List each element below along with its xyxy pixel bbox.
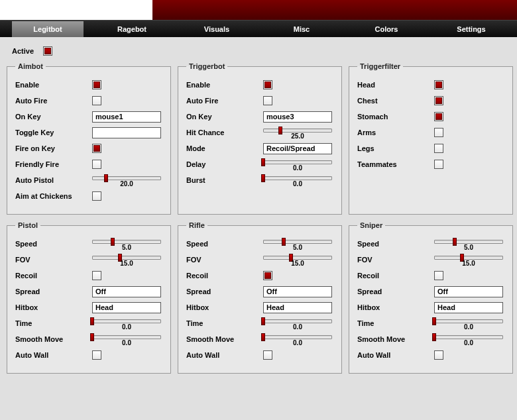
panel-title: Pistol — [15, 221, 40, 229]
sniper-fov-label: FOV — [357, 256, 430, 264]
panel-aimbot: Aimbot Enable Auto Fire On Keymouse1 Tog… — [7, 62, 171, 215]
pistol-autowall-checkbox[interactable] — [92, 350, 101, 360]
tf-stomach-label: Stomach — [357, 113, 430, 121]
triggerbot-mode-label: Mode — [186, 144, 259, 152]
sniper-fov-slider[interactable]: 15.0 — [434, 253, 503, 266]
sniper-spread-label: Spread — [357, 288, 430, 295]
aimbot-autofire-checkbox[interactable] — [92, 96, 101, 105]
tf-arms-checkbox[interactable] — [434, 128, 443, 137]
aimbot-friendlyfire-checkbox[interactable] — [92, 160, 101, 169]
pistol-smooth-slider[interactable]: 0.0 — [92, 333, 161, 346]
triggerbot-enable-label: Enable — [186, 81, 259, 89]
tab-legitbot[interactable]: Legitbot — [12, 21, 84, 37]
rifle-speed-slider[interactable]: 5.0 — [263, 237, 332, 250]
tab-misc[interactable]: Misc — [265, 21, 338, 37]
rifle-hitbox-label: Hitbox — [186, 303, 259, 311]
triggerbot-autofire-checkbox[interactable] — [263, 96, 272, 105]
pistol-recoil-checkbox[interactable] — [92, 271, 101, 280]
rifle-fov-slider[interactable]: 15.0 — [263, 253, 332, 266]
pistol-fov-slider[interactable]: 15.0 — [92, 253, 161, 266]
aimbot-aimchickens-checkbox[interactable] — [92, 191, 101, 201]
sniper-smooth-slider[interactable]: 0.0 — [434, 333, 503, 346]
main-area: Active Aimbot Enable Auto Fire On Keymou… — [0, 37, 517, 382]
pistol-time-label: Time — [15, 319, 88, 327]
triggerbot-mode-dropdown[interactable]: Recoil/Spread — [263, 143, 332, 154]
triggerbot-burst-slider[interactable]: 0.0 — [263, 174, 332, 187]
panel-title: Aimbot — [15, 62, 46, 70]
panel-triggerbot: Triggerbot Enable Auto Fire On Keymouse3… — [178, 62, 342, 215]
sniper-hitbox-dropdown[interactable]: Head — [434, 302, 503, 313]
triggerbot-enable-checkbox[interactable] — [263, 80, 272, 89]
aimbot-enable-label: Enable — [15, 81, 88, 89]
tab-colors[interactable]: Colors — [350, 21, 423, 37]
panel-grid: Aimbot Enable Auto Fire On Keymouse1 Tog… — [7, 62, 510, 374]
rifle-time-label: Time — [186, 319, 259, 327]
sniper-recoil-label: Recoil — [357, 272, 430, 280]
sniper-autowall-checkbox[interactable] — [434, 350, 443, 360]
pistol-speed-slider[interactable]: 5.0 — [92, 237, 161, 250]
aimbot-friendlyfire-label: Friendly Fire — [15, 160, 88, 168]
aimbot-enable-checkbox[interactable] — [92, 80, 101, 89]
panel-title: Triggerfilter — [357, 62, 403, 70]
aimbot-onkey-label: On Key — [15, 113, 88, 121]
pistol-autowall-label: Auto Wall — [15, 351, 88, 359]
triggerbot-hitchance-label: Hit Chance — [186, 129, 259, 136]
triggerbot-onkey-input[interactable]: mouse3 — [263, 111, 332, 123]
rifle-smooth-slider[interactable]: 0.0 — [263, 333, 332, 346]
pistol-fov-label: FOV — [15, 256, 88, 264]
aimbot-autofire-label: Auto Fire — [15, 97, 88, 105]
aimbot-fireonkey-checkbox[interactable] — [92, 144, 101, 153]
sniper-spread-dropdown[interactable]: Off — [434, 286, 503, 297]
rifle-hitbox-dropdown[interactable]: Head — [263, 302, 332, 313]
panel-title: Sniper — [357, 221, 385, 229]
tf-stomach-checkbox[interactable] — [434, 112, 443, 121]
tf-legs-checkbox[interactable] — [434, 144, 443, 153]
active-checkbox[interactable] — [43, 46, 52, 56]
tf-head-checkbox[interactable] — [434, 80, 443, 89]
triggerbot-hitchance-slider[interactable]: 25.0 — [263, 126, 332, 139]
aimbot-autopistol-slider[interactable]: 20.0 — [92, 174, 161, 187]
rifle-recoil-label: Recoil — [186, 272, 259, 280]
rifle-time-slider[interactable]: 0.0 — [263, 317, 332, 330]
active-row: Active — [7, 44, 510, 62]
rifle-smooth-label: Smooth Move — [186, 335, 259, 343]
rifle-spread-label: Spread — [186, 288, 259, 295]
sniper-time-label: Time — [357, 319, 430, 327]
pistol-time-slider[interactable]: 0.0 — [92, 317, 161, 330]
sniper-hitbox-label: Hitbox — [357, 303, 430, 311]
triggerbot-delay-slider[interactable]: 0.0 — [263, 158, 332, 171]
triggerbot-delay-label: Delay — [186, 160, 259, 168]
panel-sniper: Sniper Speed5.0 FOV15.0 Recoil SpreadOff… — [349, 221, 513, 374]
rifle-autowall-label: Auto Wall — [186, 351, 259, 359]
rifle-autowall-checkbox[interactable] — [263, 350, 272, 360]
sniper-speed-label: Speed — [357, 240, 430, 248]
tab-strip: Legitbot Ragebot Visuals Misc Colors Set… — [0, 20, 517, 37]
tab-settings[interactable]: Settings — [435, 21, 508, 37]
pistol-hitbox-dropdown[interactable]: Head — [92, 302, 161, 313]
tf-head-label: Head — [357, 81, 430, 89]
rifle-recoil-checkbox[interactable] — [263, 271, 272, 280]
tf-legs-label: Legs — [357, 144, 430, 152]
tf-chest-checkbox[interactable] — [434, 96, 443, 105]
panel-rifle: Rifle Speed5.0 FOV15.0 Recoil SpreadOff … — [178, 221, 342, 374]
triggerbot-autofire-label: Auto Fire — [186, 97, 259, 105]
aimbot-togglekey-label: Toggle Key — [15, 129, 88, 136]
pistol-smooth-label: Smooth Move — [15, 335, 88, 343]
title-bar — [0, 0, 517, 20]
sniper-autowall-label: Auto Wall — [357, 351, 430, 359]
triggerbot-onkey-label: On Key — [186, 113, 259, 121]
tf-teammates-label: Teammates — [357, 160, 430, 168]
tf-teammates-checkbox[interactable] — [434, 160, 443, 169]
panel-title: Rifle — [186, 221, 207, 229]
aimbot-togglekey-input[interactable] — [92, 127, 161, 138]
aimbot-aimchickens-label: Aim at Chickens — [15, 192, 88, 200]
aimbot-onkey-input[interactable]: mouse1 — [92, 111, 161, 123]
sniper-recoil-checkbox[interactable] — [434, 271, 443, 280]
rifle-spread-dropdown[interactable]: Off — [263, 286, 332, 297]
pistol-spread-dropdown[interactable]: Off — [92, 286, 161, 297]
sniper-time-slider[interactable]: 0.0 — [434, 317, 503, 330]
sniper-speed-slider[interactable]: 5.0 — [434, 237, 503, 250]
tab-ragebot[interactable]: Ragebot — [95, 21, 168, 37]
tab-visuals[interactable]: Visuals — [180, 21, 253, 37]
aimbot-autopistol-label: Auto Pistol — [15, 176, 88, 184]
